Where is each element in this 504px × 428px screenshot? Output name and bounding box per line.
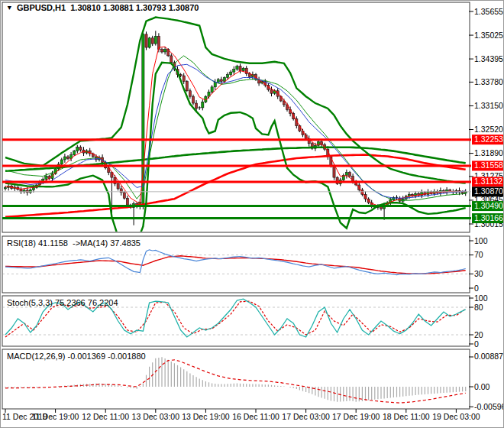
svg-text:12 Dec 11:00: 12 Dec 11:00 [82, 412, 129, 421]
svg-text:1.33780: 1.33780 [474, 77, 503, 86]
svg-text:1.34395: 1.34395 [474, 54, 503, 63]
svg-text:1.32520: 1.32520 [474, 125, 503, 134]
resistance-price-badge: 1.32253 [472, 135, 504, 144]
stochastic-panel[interactable] [2, 296, 470, 346]
current-price-badge: 1.30870 [472, 186, 504, 196]
svg-text:16 Dec 11:00: 16 Dec 11:00 [232, 412, 279, 421]
svg-text:19 Dec 03:00: 19 Dec 03:00 [432, 412, 480, 421]
support-price-badge: 1.30166 [472, 213, 504, 223]
svg-text:1.31132: 1.31132 [474, 177, 502, 186]
svg-text:1.31558: 1.31558 [474, 160, 503, 170]
svg-text:1.35655: 1.35655 [474, 7, 503, 16]
svg-text:13 Dec 19:00: 13 Dec 19:00 [182, 412, 230, 421]
svg-text:1.35025: 1.35025 [474, 31, 503, 40]
svg-text:11 Dec 19:00: 11 Dec 19:00 [32, 412, 79, 421]
resistance-price-badge: 1.31132 [472, 177, 504, 186]
macd-panel[interactable] [2, 349, 470, 409]
svg-text:0: 0 [474, 339, 479, 349]
svg-text:-0.005966: -0.005966 [474, 402, 504, 411]
svg-text:0.008876: 0.008876 [474, 352, 504, 361]
price-axis[interactable]: 1.356551.350251.343951.337801.331501.325… [469, 7, 504, 411]
rsi-panel[interactable] [2, 236, 470, 293]
time-axis[interactable]: 11 Dec 201911 Dec 19:0012 Dec 11:0013 De… [2, 409, 480, 421]
svg-text:1.33150: 1.33150 [474, 101, 503, 110]
svg-text:20: 20 [474, 330, 483, 339]
svg-text:30: 30 [474, 269, 483, 278]
svg-text:80: 80 [474, 303, 483, 312]
svg-text:1.30490: 1.30490 [474, 201, 503, 210]
svg-text:1.31890: 1.31890 [474, 148, 503, 157]
support-price-badge: 1.30490 [472, 201, 504, 211]
svg-text:18 Dec 11:00: 18 Dec 11:00 [383, 412, 430, 421]
svg-text:100: 100 [474, 293, 488, 303]
svg-text:1.30166: 1.30166 [474, 213, 503, 222]
svg-text:100: 100 [474, 236, 488, 245]
svg-text:13 Dec 03:00: 13 Dec 03:00 [132, 412, 180, 421]
svg-text:0.00: 0.00 [474, 382, 490, 391]
svg-text:1.30870: 1.30870 [474, 186, 503, 196]
chart-canvas[interactable]: 1.356551.350251.343951.337801.331501.325… [1, 1, 504, 428]
svg-text:0: 0 [474, 284, 479, 293]
chart-window: 1.356551.350251.343951.337801.331501.325… [0, 0, 504, 428]
svg-text:17 Dec 03:00: 17 Dec 03:00 [282, 412, 330, 421]
svg-text:70: 70 [474, 250, 483, 259]
svg-text:17 Dec 19:00: 17 Dec 19:00 [332, 412, 380, 421]
svg-text:1.32253: 1.32253 [474, 135, 503, 144]
resistance-price-badge: 1.31558 [472, 160, 504, 170]
